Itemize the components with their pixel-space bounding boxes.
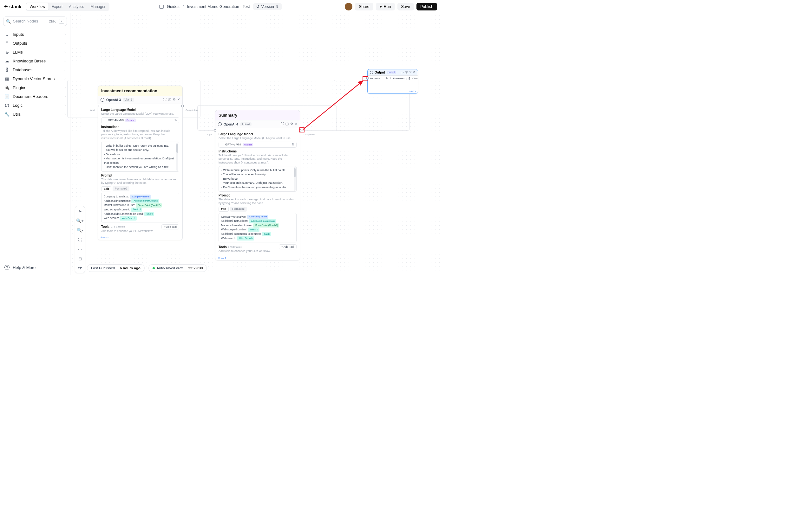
cat-logic[interactable]: ⟨/⟩Logic› <box>3 101 67 110</box>
expand-icon[interactable]: ⛶ <box>281 122 284 126</box>
zoom-in-tool[interactable]: 🔍+ <box>75 216 85 225</box>
close-icon[interactable]: ✕ <box>177 98 180 102</box>
port-input[interactable] <box>214 129 216 131</box>
status-row: Last Published 6 hours ago Auto-saved dr… <box>87 264 207 272</box>
chip-basic1[interactable]: Basic 1 <box>131 208 142 212</box>
cat-docreaders[interactable]: 📄Document Readers› <box>3 92 67 101</box>
avatar[interactable] <box>345 3 352 10</box>
copy-icon[interactable]: ⧉ <box>386 77 388 80</box>
collapse-sidebar-icon[interactable]: ‹ <box>59 19 64 24</box>
node-investment-recommendation[interactable]: Investment recommendation OpenAI 3 llm-3… <box>98 86 183 240</box>
tab-edit[interactable]: Edit <box>101 186 111 191</box>
download-icon: ⤓ <box>4 32 9 37</box>
expand-icon[interactable]: ⛶ <box>401 70 404 74</box>
save-button[interactable]: Save <box>397 3 414 10</box>
prompt-textarea[interactable]: Company to analyze: Company name Additio… <box>218 213 297 243</box>
chevron-right-icon: › <box>64 86 66 89</box>
prompt-label: Additional instructions: <box>221 219 248 222</box>
close-icon[interactable]: ✕ <box>295 122 297 126</box>
fit-view-tool[interactable]: ⛶ <box>75 235 85 244</box>
node-output[interactable]: Output out-0 ⛶ ⓘ ⚙ ✕ Formatted ⧉ ⤓Downlo… <box>367 69 418 94</box>
port-input[interactable] <box>97 105 99 107</box>
expand-icon[interactable]: ⛶ <box>163 98 166 102</box>
chip-additional-instructions[interactable]: Additional instructions <box>131 199 159 203</box>
node-subheader: OpenAI 3 llm-3 ⛶ ⓘ ⚙ ✕ <box>98 96 183 104</box>
prompt-label: Market information to use: <box>221 224 252 227</box>
tab-edit[interactable]: Edit <box>218 207 229 212</box>
cat-vector[interactable]: ▦Dynamic Vector Stores› <box>3 74 67 83</box>
cat-llms[interactable]: ⊕LLMs› <box>3 48 67 56</box>
instructions-textarea[interactable]: Write in bullet points. Only return the … <box>218 166 297 192</box>
gear-icon[interactable]: ⚙ <box>290 122 293 126</box>
chip-company-name[interactable]: Company name <box>130 194 151 199</box>
clear-icon[interactable]: 🗑 <box>408 77 411 80</box>
chip-company-name[interactable]: Company name <box>247 215 268 219</box>
model-selector[interactable]: GPT-4o Mini Fastest ⇅ <box>218 142 297 148</box>
cursor-tool[interactable]: ➤ <box>75 206 85 216</box>
section-llm-desc: Select the Large Language Model (LLM) yo… <box>218 136 297 140</box>
info-icon[interactable]: ⓘ <box>286 122 289 126</box>
zoom-out-tool[interactable]: 🔍- <box>75 225 85 235</box>
section-prompt-heading: Prompt <box>218 193 297 197</box>
workflow-canvas[interactable]: Investment recommendation OpenAI 3 llm-3… <box>70 13 441 275</box>
gear-icon[interactable]: ⚙ <box>173 98 176 102</box>
autosave-pill: Auto-saved draft 22:29:30 <box>148 264 207 272</box>
crumb-current[interactable]: Investment Memo Generation - Test <box>187 4 250 9</box>
status-dot-icon <box>153 267 155 269</box>
cat-inputs[interactable]: ⤓Inputs› <box>3 30 67 39</box>
share-button[interactable]: Share <box>355 3 373 10</box>
node-summary[interactable]: Summary OpenAI 4 llm-4 ⛶ ⓘ ⚙ ✕ Large Lan… <box>215 110 300 261</box>
chip-sharepoint[interactable]: SharePoint (Oauth2) <box>253 223 280 228</box>
chip-basic[interactable]: Basic <box>144 212 154 216</box>
cat-outputs[interactable]: ⤒Outputs› <box>3 39 67 48</box>
instructions-textarea[interactable]: Write in bullet points. Only return the … <box>101 142 179 172</box>
download-icon[interactable]: ⤓ <box>389 77 392 80</box>
tab-formatted[interactable]: Formatted <box>113 186 130 191</box>
cat-databases[interactable]: 🗄Databases› <box>3 65 67 74</box>
tab-formatted[interactable]: Formatted <box>230 207 247 212</box>
model-selector[interactable]: GPT-4o Mini Fastest ⇅ <box>101 117 179 123</box>
section-llm-desc: Select the Large Language Model (LLM) yo… <box>101 112 179 116</box>
info-icon[interactable]: ⓘ <box>405 70 408 74</box>
note-tool[interactable]: ▭ <box>75 244 85 254</box>
chip-basic[interactable]: Basic <box>262 232 271 236</box>
crumb-guides[interactable]: Guides <box>167 4 180 9</box>
sparkle-icon: ⊕ <box>4 49 9 55</box>
map-tool[interactable]: 🗺 <box>75 263 85 273</box>
chevron-updown-icon: ⇅ <box>174 118 177 122</box>
formatted-label: Formatted <box>370 77 381 80</box>
search-input[interactable]: 🔍 Search Nodes CtrlK ‹ <box>3 16 67 26</box>
port-output[interactable] <box>182 105 184 107</box>
node-id-tag: llm-4 <box>240 122 252 126</box>
help-more[interactable]: ?Help & More <box>3 263 67 272</box>
cat-plugins[interactable]: 🔌Plugins› <box>3 83 67 92</box>
openai-icon <box>101 98 104 102</box>
chip-basic1[interactable]: Basic 1 <box>248 228 260 232</box>
chip-websearch[interactable]: Web Search <box>119 216 137 220</box>
version-selector[interactable]: ↺Version⇅ <box>253 3 282 10</box>
publish-button[interactable]: Publish <box>416 3 437 10</box>
prompt-label: Web scraped content: <box>104 208 130 211</box>
search-kbd: CtrlK <box>48 19 57 23</box>
cat-utils[interactable]: 🔧Utils› <box>3 110 67 118</box>
tab-workflow[interactable]: Workflow <box>26 3 48 10</box>
tab-analytics[interactable]: Analytics <box>66 3 87 10</box>
scrollbar[interactable] <box>176 143 178 171</box>
chip-additional-instructions[interactable]: Additional instructions <box>249 219 276 223</box>
gear-icon[interactable]: ⚙ <box>409 70 412 74</box>
cat-knowledge[interactable]: ☁Knowledge Bases› <box>3 56 67 65</box>
tab-manager[interactable]: Manager <box>87 3 108 10</box>
prompt-label: Additional documents to be used: <box>104 212 144 216</box>
clear-label[interactable]: Clear <box>412 77 418 80</box>
add-tool-button[interactable]: + Add Tool <box>279 244 297 249</box>
info-icon[interactable]: ⓘ <box>168 98 171 102</box>
chip-websearch[interactable]: Web Search <box>237 236 254 240</box>
chip-sharepoint[interactable]: SharePoint (Oauth2) <box>136 203 162 207</box>
grid-tool[interactable]: ⊞ <box>75 254 85 263</box>
tab-export[interactable]: Export <box>49 3 66 10</box>
scrollbar[interactable] <box>294 167 296 191</box>
add-tool-button[interactable]: + Add Tool <box>161 224 179 229</box>
prompt-textarea[interactable]: Company to analyze: Company name Additio… <box>101 193 179 222</box>
run-button[interactable]: Run <box>376 3 395 10</box>
close-icon[interactable]: ✕ <box>413 70 415 74</box>
